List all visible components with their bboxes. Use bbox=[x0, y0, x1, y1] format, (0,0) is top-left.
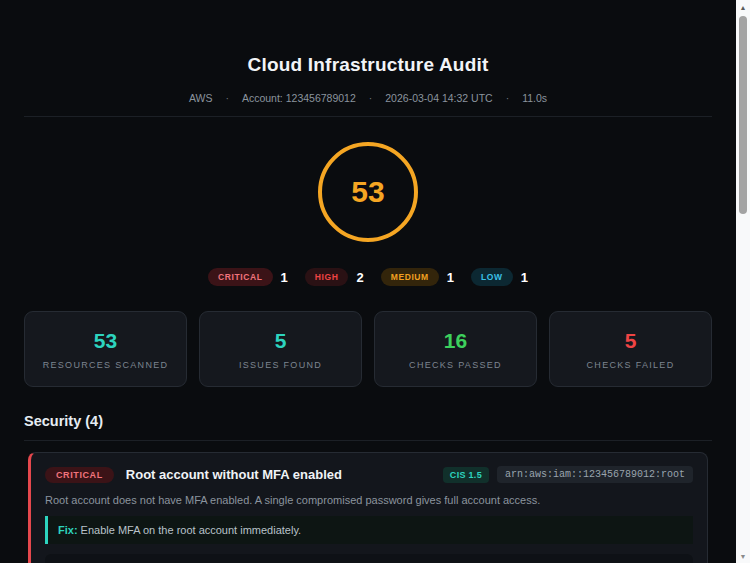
meta-separator: · bbox=[369, 92, 373, 104]
scrollbar-thumb[interactable] bbox=[739, 16, 747, 214]
severity-critical-count: 1 bbox=[281, 270, 288, 285]
stat-label: ISSUES FOUND bbox=[239, 360, 322, 370]
stat-value: 16 bbox=[444, 329, 467, 353]
account-label: Account: 123456789012 bbox=[242, 92, 356, 104]
meta-separator: · bbox=[506, 92, 510, 104]
severity-summary-row: CRITICAL 1 HIGH 2 MEDIUM 1 LOW 1 bbox=[0, 268, 736, 286]
severity-high-badge: HIGH bbox=[305, 268, 349, 286]
severity-high: HIGH 2 bbox=[305, 268, 364, 286]
section-title-security: Security (4) bbox=[24, 413, 103, 429]
severity-low-count: 1 bbox=[521, 270, 528, 285]
stat-label: CHECKS PASSED bbox=[409, 360, 502, 370]
severity-critical-badge: CRITICAL bbox=[208, 268, 272, 286]
provider-label: AWS bbox=[189, 92, 213, 104]
severity-high-count: 2 bbox=[356, 270, 363, 285]
stat-value: 53 bbox=[94, 329, 117, 353]
severity-low: LOW 1 bbox=[471, 268, 528, 286]
finding-severity-badge: CRITICAL bbox=[45, 467, 114, 483]
section-divider bbox=[24, 440, 712, 441]
header-divider bbox=[24, 116, 712, 117]
framework-badge: CIS 1.5 bbox=[443, 467, 489, 483]
score-gauge: 53 bbox=[318, 142, 418, 242]
stats-row: 53 RESOURCES SCANNED 5 ISSUES FOUND 16 C… bbox=[24, 311, 712, 387]
meta-separator: · bbox=[225, 92, 229, 104]
scrollbar[interactable]: ▲ ▼ bbox=[736, 0, 750, 563]
report-header: Cloud Infrastructure Audit AWS·Account: … bbox=[0, 0, 736, 104]
fix-recommendation: Fix: Enable MFA on the root account imme… bbox=[45, 516, 693, 544]
cloud-audit-report-page: Cloud Infrastructure Audit AWS·Account: … bbox=[0, 0, 750, 563]
severity-medium-badge: MEDIUM bbox=[381, 268, 439, 286]
fix-label: Fix: bbox=[58, 524, 78, 536]
score-value: 53 bbox=[351, 175, 384, 209]
stat-value: 5 bbox=[275, 329, 287, 353]
severity-critical: CRITICAL 1 bbox=[208, 268, 288, 286]
scrollbar-up-icon[interactable]: ▲ bbox=[736, 0, 750, 14]
report-content: Cloud Infrastructure Audit AWS·Account: … bbox=[0, 0, 736, 563]
finding-card-root-mfa: CRITICAL Root account without MFA enable… bbox=[28, 452, 708, 563]
how-to-fix-expander[interactable]: ▼How to fix bbox=[45, 554, 693, 563]
finding-description: Root account does not have MFA enabled. … bbox=[45, 494, 693, 506]
stat-card-checks-failed: 5 CHECKS FAILED bbox=[549, 311, 712, 387]
severity-low-badge: LOW bbox=[471, 268, 513, 286]
stat-card-checks-passed: 16 CHECKS PASSED bbox=[374, 311, 537, 387]
stat-label: RESOURCES SCANNED bbox=[43, 360, 169, 370]
finding-header: CRITICAL Root account without MFA enable… bbox=[45, 466, 693, 483]
severity-medium-count: 1 bbox=[447, 270, 454, 285]
scrollbar-down-icon[interactable]: ▼ bbox=[736, 549, 750, 563]
stat-value: 5 bbox=[625, 329, 637, 353]
duration-label: 11.0s bbox=[522, 92, 547, 104]
severity-medium: MEDIUM 1 bbox=[381, 268, 454, 286]
stat-label: CHECKS FAILED bbox=[587, 360, 675, 370]
fix-text: Enable MFA on the root account immediate… bbox=[78, 524, 302, 536]
finding-title: Root account without MFA enabled bbox=[126, 467, 443, 482]
report-meta: AWS·Account: 123456789012·2026-03-04 14:… bbox=[0, 92, 736, 104]
timestamp-label: 2026-03-04 14:32 UTC bbox=[385, 92, 492, 104]
resource-arn: arn:aws:iam::123456789012:root bbox=[497, 466, 693, 483]
stat-card-issues-found: 5 ISSUES FOUND bbox=[199, 311, 362, 387]
page-title: Cloud Infrastructure Audit bbox=[0, 54, 736, 76]
stat-card-resources-scanned: 53 RESOURCES SCANNED bbox=[24, 311, 187, 387]
